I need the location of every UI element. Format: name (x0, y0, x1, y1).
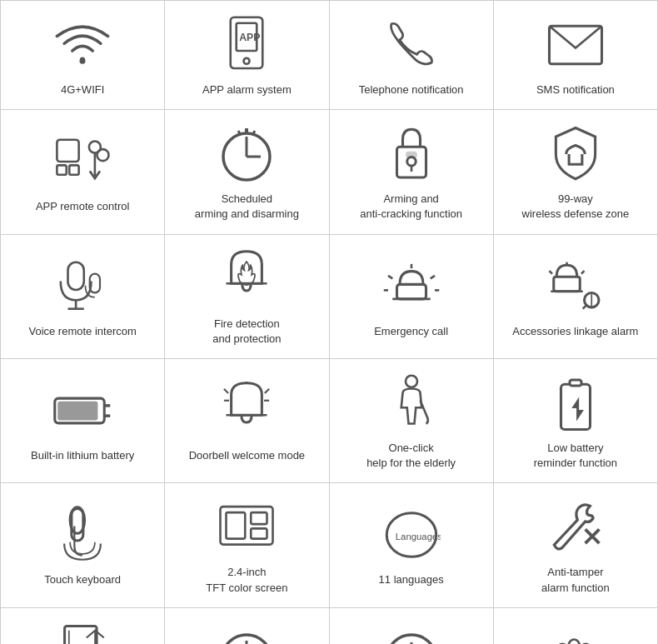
cell-voice: Voice remote intercom (1, 235, 165, 359)
wifi-icon (53, 16, 112, 74)
svg-rect-26 (396, 284, 426, 299)
app-remote-label: APP remote control (36, 199, 129, 214)
cell-antipet: Anti-pet function (494, 608, 658, 644)
elderly-label: One-click help for the elderly (366, 441, 456, 471)
svg-point-50 (406, 376, 417, 387)
doors-icon (53, 623, 112, 644)
emergency-label: Emergency call (374, 324, 448, 339)
antitamper-label: Anti-tamper alarm function (541, 565, 610, 595)
svg-rect-7 (57, 166, 67, 175)
languages-label: 11 languages (379, 572, 444, 587)
cell-app-alarm: APP APP alarm system (165, 1, 329, 110)
cell-app-remote: APP remote control (1, 110, 165, 234)
app-remote-icon (53, 132, 112, 191)
svg-point-73 (568, 639, 580, 644)
svg-rect-52 (570, 380, 581, 386)
arming-icon (382, 125, 441, 183)
cell-fire: Fire detection and protection (165, 235, 329, 359)
feature-grid: 4G+WIFI APP APP alarm system Telephone n… (0, 0, 658, 644)
app-alarm-icon: APP (217, 16, 276, 74)
svg-line-47 (265, 389, 269, 393)
scheduled-icon (217, 125, 276, 183)
voice-label: Voice remote intercom (28, 324, 136, 339)
99way-label: 99-way wireless defense zone (522, 192, 630, 222)
antitamper-icon (546, 498, 605, 557)
svg-rect-54 (72, 509, 83, 542)
svg-rect-6 (57, 140, 79, 162)
svg-rect-20 (406, 152, 416, 157)
elderly-icon (382, 374, 441, 432)
wifi-label: 4G+WIFI (61, 82, 104, 97)
svg-text:Languages: Languages (395, 532, 440, 542)
cell-tft: 2.4-inch TFT color screen (165, 483, 329, 607)
cell-telephone: Telephone notification (330, 1, 494, 110)
tft-icon (217, 498, 276, 557)
antipet-icon (546, 631, 605, 644)
telephone-label: Telephone notification (359, 82, 464, 97)
cell-lowbattery: Low battery reminder function (494, 359, 658, 483)
fire-icon (217, 250, 276, 308)
touch-icon (53, 506, 112, 564)
svg-point-18 (406, 157, 416, 167)
arming-label: Arming and anti-cracking function (360, 192, 462, 222)
sms-label: SMS notification (536, 82, 615, 97)
lowbattery-icon (546, 374, 605, 432)
touch-label: Touch keyboard (44, 572, 121, 587)
cell-alexa: Alexa voice control (330, 608, 494, 644)
cell-emergency: Emergency call (330, 235, 494, 359)
shield-icon (546, 125, 605, 183)
cell-sms: SMS notification (494, 1, 658, 110)
doorbell-icon (217, 382, 276, 440)
voice-icon (53, 257, 112, 316)
svg-point-4 (244, 58, 250, 64)
cell-touch: Touch keyboard (1, 483, 165, 607)
svg-rect-56 (227, 512, 246, 539)
cell-battery: Built-in lithium battery (1, 359, 165, 483)
svg-rect-43 (57, 402, 97, 421)
svg-point-0 (80, 58, 86, 64)
cell-elderly: One-click help for the elderly (330, 359, 494, 483)
fire-label: Fire detection and protection (212, 317, 281, 347)
cell-doorbell: Doorbell welcome mode (165, 359, 329, 483)
svg-rect-8 (69, 166, 78, 175)
battery-label: Built-in lithium battery (31, 448, 134, 463)
sms-icon (546, 16, 605, 74)
svg-rect-33 (554, 277, 581, 292)
svg-line-36 (549, 271, 552, 274)
scheduled-label: Scheduled arming and disarming (195, 192, 299, 222)
svg-line-30 (430, 276, 434, 279)
emergency-icon (382, 257, 441, 316)
cell-scheduled: Scheduled arming and disarming (165, 110, 329, 234)
accessories-label: Accessories linkage alarm (512, 324, 638, 339)
cell-accessories: Accessories linkage alarm (494, 235, 658, 359)
telephone-icon (382, 16, 441, 74)
cell-doors: Doors and windows not closed reminder fu… (1, 608, 165, 644)
svg-line-29 (388, 276, 392, 279)
cell-clock: Clock function (165, 608, 329, 644)
cell-99way: 99-way wireless defense zone (494, 110, 658, 234)
svg-rect-57 (252, 512, 267, 524)
cell-antitamper: Anti-tamper alarm function (494, 483, 658, 607)
languages-icon: Languages (382, 506, 441, 564)
alexa-icon (382, 631, 441, 644)
cell-languages: Languages 11 languages (330, 483, 494, 607)
battery-icon (53, 382, 112, 440)
svg-line-45 (224, 389, 228, 393)
svg-rect-58 (252, 529, 267, 539)
doorbell-label: Doorbell welcome mode (189, 448, 305, 463)
clock-icon (217, 631, 276, 644)
tft-label: 2.4-inch TFT color screen (206, 565, 287, 595)
cell-wifi: 4G+WIFI (1, 1, 165, 110)
svg-rect-21 (68, 262, 84, 289)
cell-arming: Arming and anti-cracking function (330, 110, 494, 234)
svg-line-37 (581, 271, 585, 274)
app-alarm-label: APP alarm system (202, 82, 292, 97)
lowbattery-label: Low battery reminder function (534, 441, 617, 471)
svg-point-10 (97, 149, 109, 161)
accessories-icon (546, 257, 605, 316)
svg-text:APP: APP (240, 32, 261, 43)
